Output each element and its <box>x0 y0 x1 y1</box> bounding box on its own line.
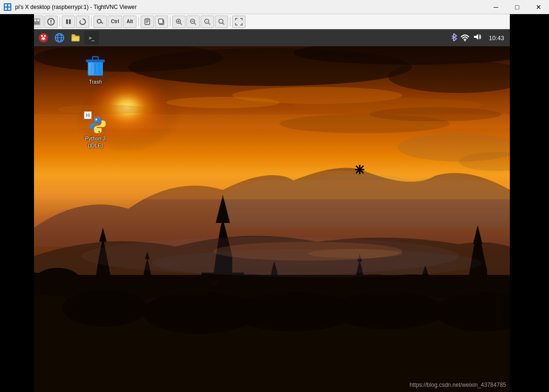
maximize-button[interactable]: □ <box>507 0 528 14</box>
trash-icon-image <box>84 55 107 77</box>
toolbar-pause-btn[interactable] <box>62 16 75 28</box>
toolbar-fullscreen-btn[interactable] <box>232 16 245 28</box>
right-black-bar <box>510 14 549 392</box>
toolbar-option4-btn[interactable] <box>44 16 58 28</box>
svg-rect-21 <box>69 19 71 24</box>
svg-text:↔: ↔ <box>220 20 222 23</box>
close-button[interactable]: ✕ <box>528 0 549 14</box>
svg-line-41 <box>208 23 210 25</box>
terminal-btn[interactable]: >_ <box>84 31 99 44</box>
toolbar-sep-3 <box>138 17 139 26</box>
volume-icon <box>473 33 482 43</box>
raspberry-menu-btn[interactable] <box>36 31 51 44</box>
svg-rect-4 <box>8 8 10 10</box>
svg-rect-15 <box>34 19 36 21</box>
watermark: https://blog.csdn.net/weixin_43784785 <box>410 382 506 388</box>
python-icon-image <box>84 111 107 134</box>
svg-point-114 <box>98 131 100 133</box>
system-tray: 10:43 <box>450 33 508 43</box>
svg-rect-111 <box>89 62 93 75</box>
filemanager-btn[interactable] <box>68 31 83 44</box>
pi-clock: 10:43 <box>485 34 508 42</box>
svg-rect-31 <box>159 19 163 24</box>
svg-rect-20 <box>66 19 68 24</box>
svg-point-89 <box>152 249 482 277</box>
toolbar-zoom-fit-btn[interactable]: ↔ <box>215 16 228 28</box>
toolbar-ctrl-btn[interactable]: Ctrl <box>108 16 122 28</box>
toolbar-zoom-out-btn[interactable] <box>186 16 200 28</box>
svg-rect-18 <box>51 20 51 22</box>
toolbar-clipboard-btn[interactable] <box>141 16 154 28</box>
window-title: pi's X desktop (raspberrypi:1) - TightVN… <box>15 4 485 10</box>
python-label-line1: Python 3 <box>85 136 105 141</box>
toolbar-zoom-100-btn[interactable]: = <box>201 16 214 28</box>
svg-point-81 <box>62 289 147 327</box>
toolbar-refresh-btn[interactable] <box>76 16 89 28</box>
svg-marker-22 <box>80 20 81 22</box>
svg-point-84 <box>331 291 445 329</box>
toolbar-sep-4 <box>170 17 170 26</box>
svg-point-50 <box>34 43 223 72</box>
svg-line-38 <box>194 23 196 25</box>
svg-point-93 <box>41 35 43 37</box>
trash-label: Trash <box>89 79 102 85</box>
svg-line-35 <box>180 23 182 25</box>
svg-point-58 <box>369 107 501 121</box>
toolbar-sep-1 <box>59 17 60 26</box>
svg-rect-107 <box>86 60 105 62</box>
left-black-bar <box>0 14 34 392</box>
python-idle-icon[interactable]: Python 3 (IDLE) <box>76 110 114 150</box>
svg-point-55 <box>166 97 279 108</box>
trash-icon[interactable]: Trash <box>76 53 114 86</box>
svg-text:=: = <box>206 20 207 23</box>
svg-rect-13 <box>33 18 41 26</box>
python-badge <box>84 111 92 119</box>
wifi-icon <box>460 33 470 43</box>
minimize-button[interactable]: ─ <box>485 0 507 14</box>
svg-rect-19 <box>51 23 51 24</box>
toolbar: Ctrl Alt <box>0 14 549 29</box>
python-label-line2: (IDLE) <box>88 143 103 148</box>
toolbar-sep-2 <box>91 17 92 26</box>
svg-rect-16 <box>37 19 39 21</box>
svg-point-104 <box>465 40 466 41</box>
svg-rect-26 <box>146 18 149 20</box>
svg-point-94 <box>44 35 46 37</box>
svg-rect-1 <box>5 4 7 7</box>
svg-point-113 <box>95 119 97 120</box>
svg-rect-91 <box>34 180 510 199</box>
svg-point-23 <box>97 19 101 23</box>
svg-rect-2 <box>8 4 10 7</box>
svg-rect-103 <box>72 36 79 41</box>
svg-rect-3 <box>5 8 7 10</box>
title-bar: pi's X desktop (raspberrypi:1) - TightVN… <box>0 0 549 14</box>
svg-rect-24 <box>101 21 103 24</box>
toolbar-alt-btn[interactable]: Alt <box>123 16 136 28</box>
vnc-desktop-content: >_ <box>34 29 510 392</box>
toolbar-copy-btn[interactable] <box>155 16 168 28</box>
browser-btn[interactable] <box>52 31 67 44</box>
title-bar-icon <box>3 2 12 12</box>
svg-line-44 <box>222 23 224 25</box>
toolbar-keys-btn[interactable] <box>93 16 107 28</box>
title-bar-controls: ─ □ ✕ <box>485 0 549 14</box>
pi-taskbar: >_ <box>34 29 510 46</box>
svg-point-97 <box>44 39 45 40</box>
bluetooth-icon <box>450 33 457 43</box>
toolbar-zoom-in-btn[interactable] <box>172 16 186 28</box>
svg-point-96 <box>42 39 43 40</box>
toolbar-sep-5 <box>230 17 230 26</box>
